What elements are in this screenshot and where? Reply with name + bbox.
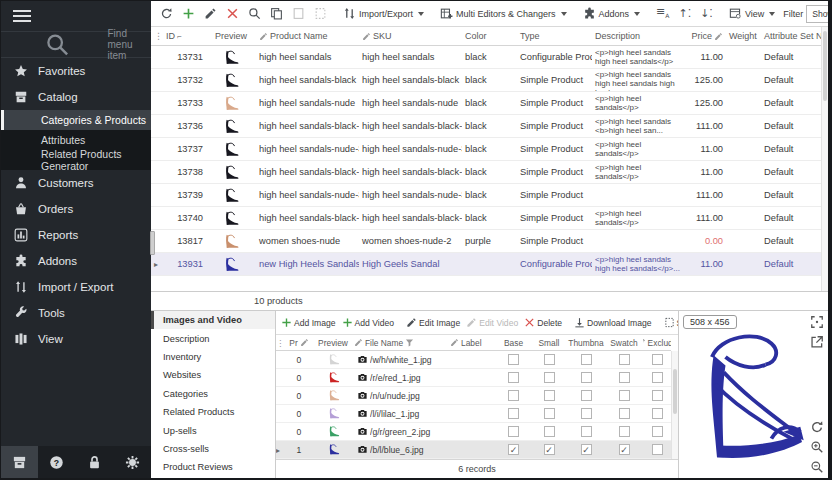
- col-swatch[interactable]: Swatch: [605, 338, 643, 348]
- table-row[interactable]: 13731 high heel sandals high heel sandal…: [151, 46, 821, 69]
- sidebar-item-view[interactable]: View: [1, 326, 151, 352]
- col-sku[interactable]: SKU: [359, 31, 462, 41]
- sidebar-item-import-export[interactable]: Import / Export: [1, 274, 151, 300]
- list-item[interactable]: 0 /r/e/red_1.jpg: [276, 369, 671, 387]
- panel-resize-grip[interactable]: [150, 231, 155, 255]
- sidebar-item-customers[interactable]: Customers: [1, 170, 151, 196]
- exclude-checkbox[interactable]: [652, 390, 663, 401]
- zoom-in-icon[interactable]: [810, 440, 824, 454]
- sidebar-item-orders[interactable]: Orders: [1, 196, 151, 222]
- col-price[interactable]: Price: [684, 31, 726, 41]
- swatch-checkbox[interactable]: [619, 372, 630, 383]
- edit-image-button[interactable]: Edit Image: [404, 315, 462, 330]
- col-priority[interactable]: Pr: [286, 338, 312, 348]
- hamburger-menu-button[interactable]: [1, 1, 151, 31]
- swatch-checkbox[interactable]: [619, 390, 630, 401]
- detail-tab[interactable]: Description: [151, 329, 275, 347]
- col-base[interactable]: Base: [496, 338, 531, 348]
- list-item[interactable]: 0 /g/r/green_2.jpg: [276, 423, 671, 441]
- list-item[interactable]: 0 /l/i/lilac_1.jpg: [276, 405, 671, 423]
- detail-tab[interactable]: Websites: [151, 366, 275, 384]
- sidebar-item-catalog[interactable]: Catalog: [1, 84, 151, 110]
- help-button[interactable]: [38, 446, 76, 478]
- rotate-icon[interactable]: [810, 420, 824, 434]
- products-scrollbar[interactable]: [821, 27, 828, 291]
- thumbnail-checkbox[interactable]: [581, 408, 592, 419]
- sidebar-item-addons[interactable]: Addons: [1, 248, 151, 274]
- settings-button[interactable]: [113, 446, 151, 478]
- search-button[interactable]: [245, 5, 264, 22]
- small-checkbox[interactable]: [544, 408, 555, 419]
- swatch-checkbox[interactable]: [619, 426, 630, 437]
- col-type[interactable]: Type: [517, 31, 592, 41]
- open-external-icon[interactable]: [810, 335, 824, 349]
- thumbnail-checkbox[interactable]: [581, 354, 592, 365]
- table-row[interactable]: 13733 high heel sandals-nude high heel s…: [151, 92, 821, 115]
- catalog-submenu-item[interactable]: Categories & Products: [1, 110, 151, 130]
- scrollbar-thumb[interactable]: [673, 369, 677, 414]
- table-row[interactable]: 13736 high heel sandals-black-36 high he…: [151, 115, 821, 138]
- table-row[interactable]: 13738 high heel sandals-black-37 high he…: [151, 161, 821, 184]
- add-product-button[interactable]: [179, 5, 198, 22]
- edit-product-button[interactable]: [201, 5, 220, 22]
- col-description[interactable]: Description: [592, 31, 684, 41]
- lock-button[interactable]: [76, 446, 114, 478]
- category-filter-select[interactable]: Show products from selected categories: [806, 5, 828, 23]
- detail-tab[interactable]: Images and Video: [151, 311, 275, 329]
- small-checkbox[interactable]: [544, 354, 555, 365]
- paste-button[interactable]: [289, 5, 308, 22]
- small-checkbox[interactable]: [544, 444, 555, 455]
- exclude-checkbox[interactable]: [652, 354, 663, 365]
- table-row[interactable]: 13737 high heel sandals-nude-36 high hee…: [151, 138, 821, 161]
- catalog-submenu-item[interactable]: Attributes: [1, 130, 151, 150]
- small-checkbox[interactable]: [544, 372, 555, 383]
- sidebar-item-favorites[interactable]: Favorites: [1, 58, 151, 84]
- thumbnail-checkbox[interactable]: [581, 426, 592, 437]
- detail-tab[interactable]: Cross-sells: [151, 440, 275, 458]
- table-row[interactable]: 13740 high heel sandals-black-38 high he…: [151, 207, 821, 230]
- small-checkbox[interactable]: [544, 390, 555, 401]
- move-down-button[interactable]: ↓⁚: [697, 5, 716, 22]
- view-dropdown[interactable]: View: [726, 5, 778, 22]
- select-cells-button[interactable]: [311, 5, 330, 22]
- move-up-button[interactable]: ↑⁚: [675, 5, 694, 22]
- swatch-checkbox[interactable]: [619, 444, 630, 455]
- copy-button[interactable]: [267, 5, 286, 22]
- col-preview[interactable]: Preview: [206, 31, 256, 41]
- multi-editors-dropdown[interactable]: Multi Editors & Changers: [437, 5, 570, 22]
- catalog-submenu-item[interactable]: Related Products Generator: [1, 150, 151, 170]
- table-row[interactable]: 13739 high heel sandals-nude-37 high hee…: [151, 184, 821, 207]
- detail-tab[interactable]: Categories: [151, 385, 275, 403]
- sidebar-search[interactable]: Find menu item: [1, 31, 151, 58]
- thumbnail-checkbox[interactable]: [581, 372, 592, 383]
- edit-video-button[interactable]: Edit Video: [464, 315, 520, 330]
- base-checkbox[interactable]: [508, 444, 519, 455]
- base-checkbox[interactable]: [508, 426, 519, 437]
- exclude-checkbox[interactable]: [652, 408, 663, 419]
- base-checkbox[interactable]: [508, 408, 519, 419]
- exclude-checkbox[interactable]: [652, 426, 663, 437]
- download-image-button[interactable]: Download Image: [572, 315, 654, 330]
- exclude-checkbox[interactable]: [652, 444, 663, 455]
- images-scrollbar[interactable]: [671, 351, 678, 459]
- swatch-checkbox[interactable]: [619, 408, 630, 419]
- col-color[interactable]: Color: [462, 31, 517, 41]
- col-weight[interactable]: Weight: [726, 31, 761, 41]
- list-item[interactable]: 0 /n/u/nude.jpg: [276, 387, 671, 405]
- detail-tab[interactable]: Inventory: [151, 348, 275, 366]
- delete-image-button[interactable]: Delete: [522, 315, 564, 330]
- table-row[interactable]: 13817 women shoes-nude women shoes-nude-…: [151, 230, 821, 253]
- col-product-name[interactable]: Product Name: [256, 31, 359, 41]
- table-row[interactable]: 13732 high heel sandals-black high heel …: [151, 69, 821, 92]
- small-checkbox[interactable]: [544, 426, 555, 437]
- set-resize-rule-button[interactable]: Set Resize Rule: [662, 315, 678, 330]
- addons-dropdown[interactable]: Addons: [580, 5, 644, 22]
- delete-product-button[interactable]: [223, 5, 242, 22]
- col-thumbnail[interactable]: Thumbna: [567, 338, 605, 348]
- col-img-preview[interactable]: Preview: [312, 338, 354, 348]
- base-checkbox[interactable]: [508, 372, 519, 383]
- detail-tab[interactable]: Related Products: [151, 403, 275, 421]
- zoom-out-icon[interactable]: [810, 460, 824, 474]
- detail-tab[interactable]: Product Reviews: [151, 458, 275, 476]
- col-id[interactable]: ID⌐: [163, 31, 206, 41]
